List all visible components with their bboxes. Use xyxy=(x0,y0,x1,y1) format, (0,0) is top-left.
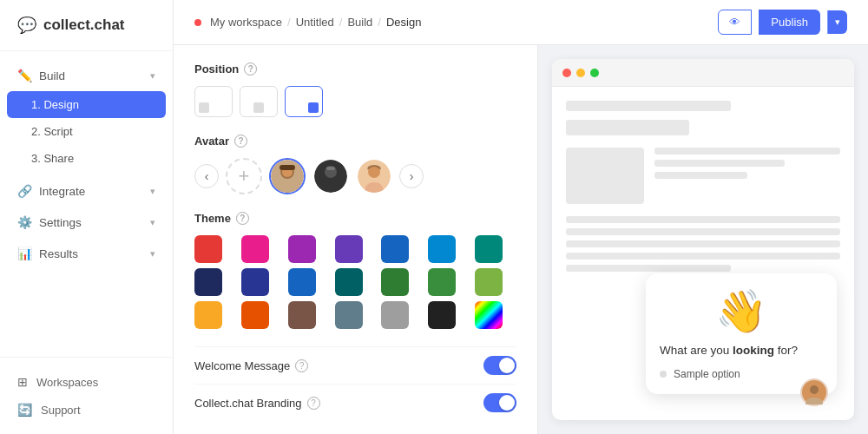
avatar-section: Avatar ? ‹ + xyxy=(194,135,516,194)
branding-toggle[interactable] xyxy=(483,393,516,412)
chat-question: What are you looking for? xyxy=(660,343,823,359)
breadcrumb-untitled[interactable]: Untitled xyxy=(296,16,334,29)
position-bottom-right[interactable] xyxy=(285,86,323,117)
color-blue-grey[interactable] xyxy=(335,301,363,329)
preview-button[interactable]: 👁 xyxy=(718,10,752,35)
color-blue[interactable] xyxy=(381,235,409,263)
position-title: Position ? xyxy=(194,62,516,76)
breadcrumb-current: Design xyxy=(386,16,421,29)
results-nav-item[interactable]: 📊 Results ▾ xyxy=(0,240,173,267)
pos-indicator xyxy=(199,102,209,113)
build-chevron: ▾ xyxy=(150,70,155,82)
color-rainbow[interactable] xyxy=(475,301,503,329)
avatar-label: Avatar xyxy=(194,135,229,148)
branding-help-icon[interactable]: ? xyxy=(307,397,320,410)
build-label: Build xyxy=(39,69,65,82)
fake-text-lines xyxy=(654,148,840,204)
welcome-message-row: Welcome Message ? xyxy=(194,346,516,384)
color-indigo[interactable] xyxy=(241,268,269,296)
browser-dot-red xyxy=(562,69,571,77)
breadcrumb-sep3: / xyxy=(378,16,381,29)
header-actions: 👁 Publish ▾ xyxy=(718,10,847,35)
color-grey[interactable] xyxy=(381,301,409,329)
color-green-dark[interactable] xyxy=(381,268,409,296)
breadcrumb-build[interactable]: Build xyxy=(347,16,372,29)
color-yellow[interactable] xyxy=(194,301,222,329)
workspaces-item[interactable]: ⊞ Workspaces xyxy=(0,368,173,396)
breadcrumb-workspace[interactable]: My workspace xyxy=(210,16,282,29)
position-label: Position xyxy=(194,62,239,76)
color-brown[interactable] xyxy=(288,301,316,329)
avatar-prev-button[interactable]: ‹ xyxy=(194,164,219,188)
fake-line-1 xyxy=(654,148,840,155)
color-light-blue[interactable] xyxy=(428,235,456,263)
header: My workspace / Untitled / Build / Design… xyxy=(174,0,868,45)
browser-bar xyxy=(552,59,854,87)
color-teal[interactable] xyxy=(475,235,503,263)
settings-chevron: ▾ xyxy=(150,217,155,228)
fake-line-3 xyxy=(654,172,747,179)
avatar-2[interactable] xyxy=(312,158,349,194)
theme-help-icon[interactable]: ? xyxy=(236,212,249,225)
theme-colors-grid xyxy=(194,235,516,329)
main-content: My workspace / Untitled / Build / Design… xyxy=(174,0,868,434)
avatar-1[interactable] xyxy=(269,158,306,194)
color-navy[interactable] xyxy=(194,268,222,296)
build-icon: ✏️ xyxy=(17,69,32,82)
integrate-nav-item[interactable]: 🔗 Integrate ▾ xyxy=(0,177,173,205)
logo-icon: 💬 xyxy=(17,16,36,35)
publish-dropdown-button[interactable]: ▾ xyxy=(827,10,847,34)
results-chevron: ▾ xyxy=(150,248,155,260)
color-purple[interactable] xyxy=(288,235,316,263)
position-bottom-center[interactable] xyxy=(240,86,278,117)
color-deep-purple[interactable] xyxy=(335,235,363,263)
nav-design[interactable]: 1. Design xyxy=(7,91,166,118)
color-cobalt[interactable] xyxy=(288,268,316,296)
branding-row: Collect.chat Branding ? xyxy=(194,384,516,421)
build-nav-item[interactable]: ✏️ Build ▾ xyxy=(0,62,173,89)
nav-script[interactable]: 2. Script xyxy=(0,118,173,145)
content-area: Position ? Avatar xyxy=(174,45,868,434)
breadcrumb-dot xyxy=(194,19,201,26)
fake-para-1 xyxy=(566,216,840,223)
avatar-next-button[interactable]: › xyxy=(399,164,424,188)
settings-icon: ⚙️ xyxy=(17,215,32,229)
preview-area: 👋 What are you looking for? Sample optio… xyxy=(538,45,868,434)
position-help-icon[interactable]: ? xyxy=(244,62,257,76)
sidebar-bottom: ⊞ Workspaces 🔄 Support xyxy=(0,357,173,434)
color-light-green[interactable] xyxy=(475,268,503,296)
fake-nav-bar xyxy=(566,101,731,111)
branding-label: Collect.chat Branding ? xyxy=(194,397,320,410)
color-cyan-dark[interactable] xyxy=(335,268,363,296)
color-red[interactable] xyxy=(194,235,222,263)
publish-button[interactable]: Publish xyxy=(759,10,820,35)
chat-bubble-overlay: 👋 What are you looking for? Sample optio… xyxy=(646,273,837,394)
welcome-message-toggle[interactable] xyxy=(483,356,516,375)
settings-nav-item[interactable]: ⚙️ Settings ▾ xyxy=(0,208,173,236)
position-bottom-left[interactable] xyxy=(194,86,233,117)
avatar-3[interactable] xyxy=(356,158,392,194)
welcome-message-text: Welcome Message xyxy=(194,359,290,372)
color-orange[interactable] xyxy=(241,301,269,329)
color-green[interactable] xyxy=(428,268,456,296)
option-dot xyxy=(660,371,667,378)
sidebar-navigation: ✏️ Build ▾ 1. Design 2. Script 3. Share xyxy=(0,51,173,357)
fake-image-box xyxy=(566,148,644,204)
position-options xyxy=(194,86,516,117)
logo-text: collect.chat xyxy=(43,16,125,34)
avatar-add-button[interactable]: + xyxy=(226,158,262,194)
nav-share[interactable]: 3. Share xyxy=(0,145,173,172)
avatar-3-svg xyxy=(358,160,391,193)
color-black[interactable] xyxy=(428,301,456,329)
chat-option: Sample option xyxy=(660,368,823,380)
sidebar-logo: 💬 collect.chat xyxy=(0,0,173,51)
avatar-help-icon[interactable]: ? xyxy=(234,135,247,148)
color-pink[interactable] xyxy=(241,235,269,263)
integrate-label: Integrate xyxy=(39,185,85,198)
fake-para-4 xyxy=(566,253,840,260)
design-panel: Position ? Avatar xyxy=(174,45,538,434)
support-item[interactable]: 🔄 Support xyxy=(0,396,173,424)
welcome-help-icon[interactable]: ? xyxy=(295,359,308,372)
fake-para-5 xyxy=(566,265,731,272)
results-icon: 📊 xyxy=(17,247,32,260)
